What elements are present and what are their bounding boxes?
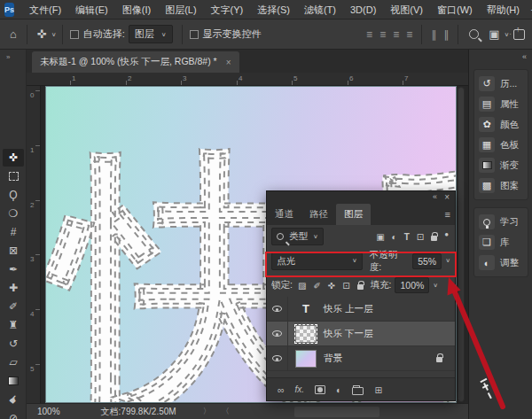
vertical-scrollbar[interactable] bbox=[458, 87, 465, 402]
menu-view[interactable]: 视图(V) bbox=[383, 0, 430, 19]
crop-tool[interactable]: # bbox=[3, 223, 24, 241]
menu-image[interactable]: 图像(I) bbox=[115, 0, 158, 19]
panel-menu-icon[interactable]: ≡ bbox=[445, 209, 450, 220]
clone-stamp-tool[interactable]: ♜ bbox=[3, 316, 24, 334]
align-vertical-icon[interactable]: ∥ bbox=[440, 28, 452, 41]
tab-layers[interactable]: 图层 bbox=[336, 204, 371, 225]
dock-item-patterns[interactable]: ▩ 图案 bbox=[474, 175, 528, 196]
filter-adjustment-icon[interactable]: ◐ bbox=[390, 232, 399, 242]
history-brush-tool[interactable]: ↺ bbox=[3, 335, 24, 353]
document-tab-close-icon[interactable]: × bbox=[226, 58, 231, 67]
new-group-icon[interactable] bbox=[352, 387, 364, 395]
frame-tool[interactable]: ⊠ bbox=[3, 242, 24, 260]
document-tab-bar: 未标题-1 @ 100% (快乐 下一层, RGB/8#) * × bbox=[27, 50, 468, 73]
object-selection-tool[interactable]: ❍ bbox=[3, 205, 24, 222]
lock-pixels-icon[interactable]: ✐ bbox=[311, 281, 322, 291]
dock-item-learn[interactable]: 学习 bbox=[474, 212, 528, 232]
dock-item-swatches[interactable]: ▦ 色板 bbox=[474, 135, 528, 155]
visibility-cell[interactable] bbox=[272, 346, 288, 370]
share-icon[interactable] bbox=[513, 29, 525, 40]
menu-edit[interactable]: 编辑(E) bbox=[68, 0, 115, 19]
dock-item-libraries[interactable]: ❏ 库 bbox=[474, 232, 528, 252]
visibility-cell[interactable] bbox=[272, 297, 288, 321]
layer-row-selected[interactable]: 快乐 下一层 bbox=[267, 322, 455, 346]
auto-select-checkbox[interactable] bbox=[70, 30, 79, 39]
lock-transparency-icon[interactable]: ▨ bbox=[296, 281, 308, 291]
menu-file[interactable]: 文件(F) bbox=[22, 0, 68, 19]
chevron-down-icon[interactable]: ∨ bbox=[51, 31, 57, 37]
status-next-icon[interactable]: 〉 bbox=[198, 406, 216, 417]
dock-item-gradients[interactable]: 渐变 bbox=[474, 155, 528, 175]
dock-item-label: 库 bbox=[500, 237, 510, 249]
lock-position-icon[interactable]: ✜ bbox=[326, 281, 337, 291]
toolbar-collapse-icon[interactable]: » bbox=[6, 53, 9, 61]
dock-collapse-icon[interactable]: « bbox=[522, 52, 527, 61]
visibility-cell[interactable] bbox=[272, 322, 288, 345]
workspace-icon[interactable]: ▣ bbox=[484, 27, 504, 41]
lock-all-icon[interactable] bbox=[357, 284, 364, 290]
layer-row-background[interactable]: 背景 bbox=[267, 346, 455, 371]
auto-select-dropdown[interactable]: 图层 ∨ bbox=[129, 25, 173, 43]
panel-collapse-icon[interactable]: « bbox=[433, 192, 437, 201]
eyedropper-tool[interactable]: ✒ bbox=[3, 260, 24, 278]
tab-channels[interactable]: 通道 bbox=[267, 204, 301, 225]
fill-label: 填充: bbox=[371, 279, 392, 291]
filter-image-icon[interactable]: ▣ bbox=[374, 232, 386, 242]
dock-item-adjustments[interactable]: ◐ 调整 bbox=[474, 252, 528, 273]
dock-item-properties[interactable]: ▤ 属性 bbox=[474, 94, 528, 114]
lock-artboard-icon[interactable]: ⊡ bbox=[340, 281, 351, 291]
auto-select-value: 图层 bbox=[135, 27, 154, 41]
filter-frame-icon[interactable]: ⊡ bbox=[415, 232, 426, 242]
move-tool-icon[interactable]: ✜ bbox=[33, 27, 51, 41]
layer-row-text[interactable]: T 快乐 上一层 bbox=[267, 297, 455, 322]
menu-filter[interactable]: 滤镜(T) bbox=[297, 0, 343, 19]
more-options-icon[interactable]: ∨· bbox=[504, 31, 512, 37]
link-layers-icon[interactable]: ∞ bbox=[278, 384, 285, 395]
menu-select[interactable]: 选择(S) bbox=[250, 0, 297, 19]
smudge-tool[interactable]: ☛ bbox=[3, 391, 24, 408]
filter-type-dropdown[interactable]: 类型 ∨ bbox=[271, 228, 324, 245]
add-mask-icon[interactable] bbox=[315, 385, 325, 394]
gradient-tool[interactable] bbox=[3, 372, 24, 390]
new-layer-icon[interactable]: ⊞ bbox=[374, 384, 382, 395]
zoom-level-field[interactable]: 100% bbox=[27, 407, 69, 416]
show-transform-checkbox[interactable] bbox=[190, 30, 199, 39]
marquee-tool[interactable] bbox=[3, 167, 24, 185]
brush-tool[interactable]: ✐ bbox=[3, 298, 24, 315]
layer-filter-row: 类型 ∨ ▣ ◐ T ⊡ ● bbox=[267, 225, 455, 248]
ruler-number: 4 bbox=[30, 310, 34, 318]
align-left-icon[interactable]: ≡ bbox=[363, 28, 376, 41]
healing-brush-tool[interactable]: ✚ bbox=[3, 279, 24, 297]
chevron-down-icon[interactable]: ∨ bbox=[433, 282, 438, 288]
eraser-tool[interactable]: ▱ bbox=[3, 353, 24, 371]
lasso-tool[interactable]: Ϙ bbox=[3, 186, 24, 204]
dock-item-color[interactable]: ✿ 颜色 bbox=[474, 114, 528, 135]
layer-name: 背景 bbox=[324, 353, 342, 365]
filter-lock-icon[interactable] bbox=[431, 236, 437, 241]
menu-layer[interactable]: 图层(L) bbox=[158, 0, 203, 19]
home-icon[interactable]: ⌂ bbox=[5, 27, 21, 41]
panel-close-icon[interactable]: × bbox=[444, 192, 450, 202]
tab-paths[interactable]: 路径 bbox=[301, 204, 336, 225]
distribute-icon[interactable]: ≡ bbox=[403, 28, 416, 41]
minimize-button[interactable]: — bbox=[527, 3, 532, 17]
document-tab[interactable]: 未标题-1 @ 100% (快乐 下一层, RGB/8#) * × bbox=[32, 51, 239, 73]
align-top-icon[interactable]: ∥ bbox=[427, 28, 440, 41]
layers-panel-header: « × bbox=[267, 191, 455, 204]
status-prev-icon[interactable]: 〈 bbox=[216, 406, 235, 417]
move-tool[interactable]: ✜ bbox=[3, 149, 24, 167]
filter-text-icon[interactable]: T bbox=[403, 232, 411, 242]
search-icon[interactable] bbox=[469, 29, 479, 39]
align-right-icon[interactable]: ≡ bbox=[389, 28, 403, 41]
layer-style-icon[interactable]: fx. bbox=[295, 384, 305, 394]
fill-field[interactable]: 100% bbox=[395, 277, 429, 293]
adjustment-layer-icon[interactable]: ◐ bbox=[336, 384, 341, 395]
dodge-tool[interactable]: ⊘ bbox=[3, 409, 24, 419]
menu-window[interactable]: 窗口(W) bbox=[430, 0, 480, 19]
align-center-icon[interactable]: ≡ bbox=[376, 28, 389, 41]
menu-3d[interactable]: 3D(D) bbox=[343, 0, 383, 19]
menu-type[interactable]: 文字(Y) bbox=[204, 0, 251, 19]
dock-item-history[interactable]: ↺ 历... bbox=[474, 74, 528, 94]
filter-toggle-icon[interactable]: ● bbox=[442, 230, 450, 238]
menu-help[interactable]: 帮助(H) bbox=[480, 0, 527, 19]
